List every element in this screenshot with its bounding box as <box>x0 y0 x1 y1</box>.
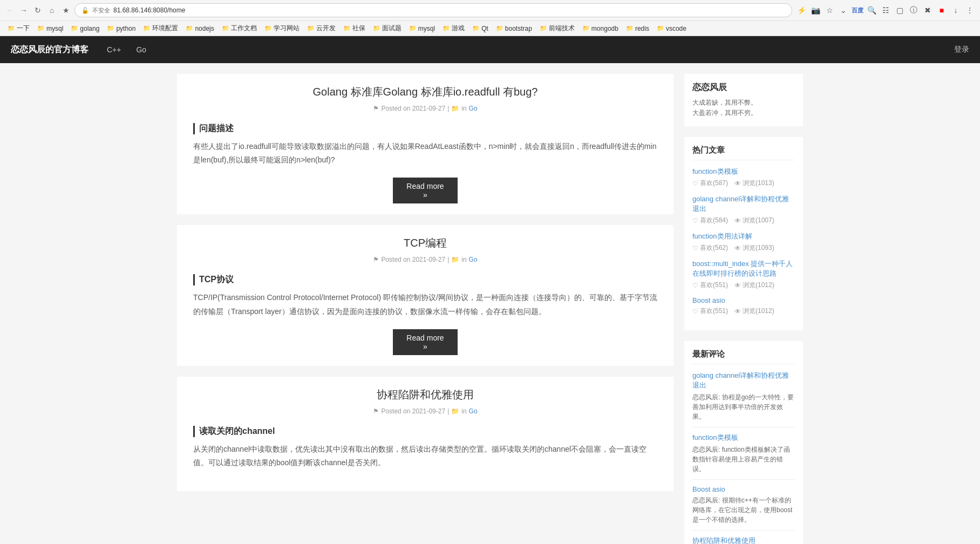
site-logo[interactable]: 恋恋风辰的官方博客 <box>11 44 89 56</box>
bookmark-mysql1[interactable]: 📁 mysql <box>34 24 66 33</box>
login-link[interactable]: 登录 <box>954 45 969 55</box>
sidebar-hot-articles: 热门文章 function类模板 ♡ 喜欢(587) 👁 浏览(1013) go… <box>684 137 803 330</box>
nav-link-cpp[interactable]: C++ <box>105 41 123 58</box>
article-excerpt-1: 有些人提出了io.readfull可能导致读取数据溢出的问题，有人说如果Read… <box>193 140 657 167</box>
likes-4: ♡ 喜欢(551) <box>692 281 728 290</box>
home-button[interactable]: ⌂ <box>46 5 57 16</box>
search-icon[interactable]: 🔍 <box>866 4 877 16</box>
content-area: Golang 标准库Golang 标准库io.readfull 有bug? ⚑ … <box>177 74 673 544</box>
bookmark-label: mysql <box>46 25 63 32</box>
security-icon: 🔓 <box>81 7 89 14</box>
hot-article-stats-1: ♡ 喜欢(587) 👁 浏览(1013) <box>692 179 795 188</box>
windows-icon[interactable]: ▢ <box>894 4 906 16</box>
eye-icon-3: 👁 <box>734 244 741 252</box>
comment-item-3: Boost asio 恋恋风辰: 很期待c++有一个标准的网络库，在它出现之前，… <box>692 485 795 525</box>
info-icon[interactable]: ⓘ <box>908 4 920 16</box>
bookmark-study[interactable]: 📁 学习网站 <box>261 23 303 34</box>
article-title-3[interactable]: 协程陷阱和优雅使用 <box>193 387 657 402</box>
article-section-1: 问题描述 <box>193 123 657 134</box>
comment-item-2: function类模板 恋恋风辰: function类模板解决了函数指针容易使用… <box>692 433 795 474</box>
sidebar-author-section: 恋恋风辰 大成若缺，其用不弊。 大盈若冲，其用不穷。 <box>684 74 803 126</box>
hot-article-link-1[interactable]: function类模板 <box>692 167 795 176</box>
bookmark-mysql2[interactable]: 📁 mysql <box>406 24 438 33</box>
article-excerpt-2: TCP/IP(Transmission Control Protocol/Int… <box>193 291 657 318</box>
bookmark-bootstrap[interactable]: 📁 bootstrap <box>493 24 535 33</box>
bookmark-frontend[interactable]: 📁 前端技术 <box>536 23 578 34</box>
tools-icon[interactable]: ✖ <box>922 4 934 16</box>
site-nav-links: C++ Go <box>105 41 148 58</box>
bookmark-golang[interactable]: 📁 golang <box>67 24 103 33</box>
bookmark-mongodb[interactable]: 📁 mongodb <box>579 24 622 33</box>
red-icon[interactable]: ■ <box>936 4 948 16</box>
category-link-3[interactable]: Go <box>469 407 478 415</box>
category-link-2[interactable]: Go <box>469 256 478 263</box>
hot-article-stats-3: ♡ 喜欢(562) 👁 浏览(1093) <box>692 243 795 253</box>
bookmark-yixia[interactable]: 📁 一下 <box>4 23 33 34</box>
hot-article-link-5[interactable]: Boost asio <box>692 296 795 304</box>
likes-1: ♡ 喜欢(587) <box>692 179 728 188</box>
article-title-2[interactable]: TCP编程 <box>193 236 657 250</box>
back-button[interactable]: ← <box>4 5 15 16</box>
article-title-1[interactable]: Golang 标准库Golang 标准库io.readfull 有bug? <box>193 85 657 99</box>
site-nav: 恋恋风辰的官方博客 C++ Go 登录 <box>0 36 980 63</box>
sidebar-latest-comments: 最新评论 golang channel详解和协程优雅退出 恋恋风辰: 协程是go… <box>684 341 803 544</box>
bookmark-nodejs[interactable]: 📁 nodejs <box>182 24 217 33</box>
hot-article-link-4[interactable]: boost::multi_index 提供一种千人在线即时排行榜的设计思路 <box>692 259 795 278</box>
comment-article-4[interactable]: 协程陷阱和优雅使用 <box>692 536 795 544</box>
bookmark-label: Qt <box>481 25 488 32</box>
star-icon[interactable]: ☆ <box>824 4 835 16</box>
download-icon[interactable]: ↓ <box>950 4 962 16</box>
bookmark-python[interactable]: 📁 python <box>104 24 139 33</box>
grid-icon[interactable]: ☷ <box>880 4 891 16</box>
heart-icon: ♡ <box>692 180 698 187</box>
hot-article-item-2: golang channel详解和协程优雅退出 ♡ 喜欢(584) 👁 浏览(1… <box>692 194 795 225</box>
comment-article-1[interactable]: golang channel详解和协程优雅退出 <box>692 371 795 390</box>
bookmark-social[interactable]: 📁 社保 <box>340 23 369 34</box>
bookmark-vscode[interactable]: 📁 vscode <box>654 24 690 33</box>
folder-icon-3: 📁 <box>451 407 459 415</box>
views-4: 👁 浏览(1012) <box>734 281 774 290</box>
read-more-button-2[interactable]: Read more » <box>393 329 458 355</box>
category-link-1[interactable]: Go <box>469 105 478 112</box>
dropdown-icon[interactable]: ⌄ <box>838 4 849 16</box>
bookmark-interview[interactable]: 📁 面试题 <box>370 23 405 34</box>
bookmark-label: python <box>116 25 135 32</box>
lightning-icon[interactable]: ⚡ <box>795 4 807 16</box>
article-meta-1: ⚑ Posted on 2021-09-27 | 📁 in Go <box>193 105 657 112</box>
comment-article-3[interactable]: Boost asio <box>692 485 795 493</box>
bookmark-button[interactable]: ★ <box>60 5 71 16</box>
article-card-1: Golang 标准库Golang 标准库io.readfull 有bug? ⚑ … <box>177 74 673 214</box>
bookmark-qt[interactable]: 📁 Qt <box>469 24 492 33</box>
bookmark-env[interactable]: 📁 环境配置 <box>140 23 181 34</box>
bookmark-label: 工作文档 <box>231 24 257 33</box>
flag-icon-2: ⚑ <box>373 256 379 263</box>
capture-icon[interactable]: 📷 <box>809 4 821 16</box>
refresh-button[interactable]: ↻ <box>32 5 43 16</box>
browser-toolbar: ← → ↻ ⌂ ★ 🔓 不安全 81.68.86.146:8080/home ⚡… <box>0 0 980 21</box>
likes-2: ♡ 喜欢(584) <box>692 216 728 225</box>
views-1: 👁 浏览(1013) <box>734 179 774 188</box>
bookmark-games[interactable]: 📁 游戏 <box>439 23 468 34</box>
forward-button[interactable]: → <box>18 5 29 16</box>
bookmark-work[interactable]: 📁 工作文档 <box>219 23 260 34</box>
bookmark-redis[interactable]: 📁 redis <box>623 24 652 33</box>
address-bar[interactable]: 🔓 不安全 81.68.86.146:8080/home <box>74 3 792 17</box>
author-desc-1: 大成若缺，其用不弊。 <box>692 98 795 108</box>
hot-article-link-3[interactable]: function类用法详解 <box>692 232 795 241</box>
bookmark-label: redis <box>635 25 649 32</box>
likes-3: ♡ 喜欢(562) <box>692 243 728 253</box>
divider-1 <box>692 427 795 427</box>
hot-article-link-2[interactable]: golang channel详解和协程优雅退出 <box>692 194 795 214</box>
author-desc-2: 大盈若冲，其用不穷。 <box>692 108 795 118</box>
menu-icon[interactable]: ⋮ <box>964 4 976 16</box>
article-section-2: TCP协议 <box>193 274 657 285</box>
hot-articles-title: 热门文章 <box>692 145 795 160</box>
bookmark-label: 云开发 <box>316 24 336 33</box>
nav-link-go[interactable]: Go <box>134 41 148 58</box>
comment-article-2[interactable]: function类模板 <box>692 433 795 443</box>
article-card-2: TCP编程 ⚑ Posted on 2021-09-27 | 📁 in Go T… <box>177 225 673 365</box>
bookmark-cloud[interactable]: 📁 云开发 <box>304 23 339 34</box>
read-more-button-1[interactable]: Read more » <box>393 178 458 203</box>
browser-chrome: ← → ↻ ⌂ ★ 🔓 不安全 81.68.86.146:8080/home ⚡… <box>0 0 980 36</box>
author-name: 恋恋风辰 <box>692 82 795 93</box>
